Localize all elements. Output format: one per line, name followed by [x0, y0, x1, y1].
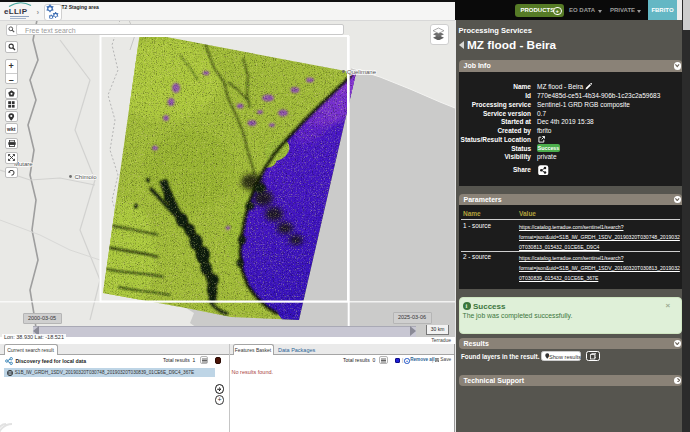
svg-text:Quelimane: Quelimane: [347, 69, 377, 75]
svg-text:Chimoio: Chimoio: [75, 174, 98, 180]
